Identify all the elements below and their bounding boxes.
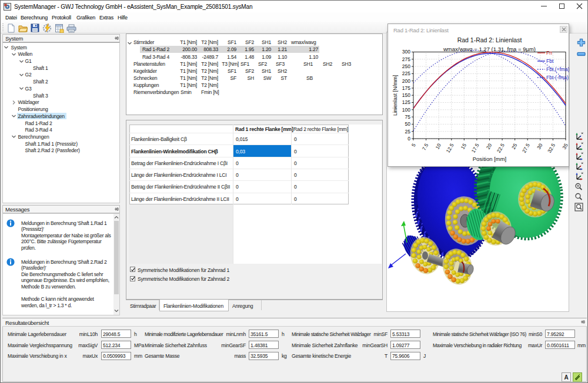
svg-text:225: 225 — [402, 70, 410, 76]
svg-text:Fn: Fn — [546, 50, 552, 56]
svg-text:Rad 1-Rad 2: Linienlast: Rad 1-Rad 2: Linienlast — [457, 36, 522, 43]
svg-text:20: 20 — [485, 142, 493, 150]
svg-text:Fbt (+fma): Fbt (+fma) — [546, 66, 569, 72]
svg-text:25: 25 — [405, 129, 411, 135]
svg-text:50: 50 — [405, 121, 411, 127]
svg-text:100: 100 — [402, 107, 410, 113]
svg-text:150: 150 — [402, 92, 410, 98]
svg-text:7.5: 7.5 — [421, 142, 430, 151]
svg-text:15: 15 — [460, 142, 468, 150]
svg-text:Fbt-(-fma): Fbt-(-fma) — [546, 75, 569, 80]
svg-text:0: 0 — [407, 136, 410, 142]
svg-text:275: 275 — [402, 56, 410, 62]
svg-text:Fbt: Fbt — [546, 58, 554, 64]
svg-text:175: 175 — [402, 85, 410, 91]
svg-text:5: 5 — [410, 142, 417, 147]
svg-text:Linienlast [N/mm]: Linienlast [N/mm] — [392, 75, 398, 116]
svg-text:12.5: 12.5 — [445, 142, 455, 154]
svg-text:32.5: 32.5 — [546, 142, 556, 154]
svg-text:wmax/wavg = 1.27 (1.31, fma =: wmax/wavg = 1.27 (1.31, fma = 9µm) — [443, 46, 536, 52]
svg-text:250: 250 — [402, 63, 410, 69]
svg-text:22.5: 22.5 — [496, 142, 506, 154]
svg-text:Position [mm]: Position [mm] — [473, 156, 507, 162]
svg-text:30: 30 — [536, 142, 544, 150]
svg-text:10: 10 — [435, 142, 443, 150]
svg-text:27.5: 27.5 — [521, 142, 531, 154]
svg-text:75: 75 — [405, 114, 411, 120]
svg-text:35: 35 — [561, 142, 569, 150]
svg-text:300: 300 — [402, 49, 410, 55]
svg-text:25: 25 — [510, 142, 519, 150]
svg-text:200: 200 — [402, 78, 410, 84]
svg-text:17.5: 17.5 — [470, 142, 480, 154]
svg-text:125: 125 — [402, 99, 410, 105]
